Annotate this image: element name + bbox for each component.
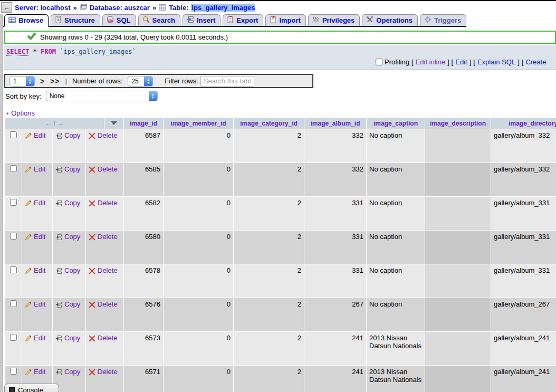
tab-structure[interactable]: Structure	[51, 14, 100, 26]
edit-cell[interactable]: Edit	[22, 332, 53, 365]
header-image-caption[interactable]: image_caption	[367, 118, 425, 129]
delete-cell[interactable]: Delete	[86, 366, 124, 392]
delete-link[interactable]: Delete	[98, 199, 118, 207]
tab-sql[interactable]: SQL SQL	[102, 14, 136, 26]
edit-link[interactable]: Edit	[34, 165, 45, 173]
tab-export-label: Export	[236, 16, 258, 24]
copy-link[interactable]: Copy	[64, 266, 80, 274]
row-checkbox[interactable]	[10, 334, 17, 341]
edit-cell[interactable]: Edit	[22, 231, 53, 264]
rows-select[interactable]: 25 ▲▼	[128, 76, 153, 87]
delete-link[interactable]: Delete	[98, 368, 118, 376]
column-reorder-header[interactable]: ←T→	[5, 118, 104, 129]
breadcrumb-table-label[interactable]: Table:	[169, 4, 188, 12]
delete-cell[interactable]: Delete	[86, 231, 124, 264]
delete-link[interactable]: Delete	[98, 334, 118, 342]
row-checkbox[interactable]	[10, 199, 17, 206]
tab-insert[interactable]: Insert	[183, 14, 221, 26]
copy-cell[interactable]: Copy	[53, 231, 86, 264]
edit-cell[interactable]: Edit	[22, 197, 53, 230]
edit-link[interactable]: Edit	[34, 300, 45, 308]
edit-inline-link[interactable]: Edit inline	[416, 58, 445, 66]
breadcrumb-separator-2: »	[152, 4, 156, 12]
edit-link[interactable]: Edit	[34, 233, 45, 241]
edit-link[interactable]: Edit	[34, 199, 45, 207]
delete-link[interactable]: Delete	[98, 165, 118, 173]
copy-cell[interactable]: Copy	[53, 129, 86, 162]
edit-cell[interactable]: Edit	[22, 298, 53, 331]
filter-input[interactable]	[200, 76, 254, 87]
tab-search[interactable]: Search	[138, 14, 180, 26]
page-select[interactable]: 1 ▲▼	[9, 76, 35, 87]
edit-link[interactable]: Edit	[34, 131, 45, 139]
edit-link[interactable]: Edit	[34, 368, 45, 376]
header-image-member-id[interactable]: image_member_id	[164, 118, 234, 129]
create-php-link[interactable]: Create	[525, 58, 546, 66]
row-checkbox[interactable]	[10, 266, 17, 273]
breadcrumb-server-link[interactable]: Server: localhost	[15, 4, 71, 12]
copy-cell[interactable]: Copy	[53, 332, 86, 365]
row-checkbox[interactable]	[10, 165, 17, 172]
delete-cell[interactable]: Delete	[86, 197, 124, 230]
back-button[interactable]: ←	[1, 2, 12, 13]
copy-link[interactable]: Copy	[64, 300, 80, 308]
delete-link[interactable]: Delete	[98, 300, 118, 308]
delete-link[interactable]: Delete	[98, 233, 118, 241]
delete-cell[interactable]: Delete	[86, 129, 124, 162]
delete-cell[interactable]: Delete	[86, 298, 124, 331]
copy-cell[interactable]: Copy	[53, 163, 86, 196]
row-checkbox[interactable]	[10, 300, 17, 307]
copy-link[interactable]: Copy	[64, 233, 80, 241]
console-toggle[interactable]: Console	[4, 384, 59, 392]
delete-link[interactable]: Delete	[98, 131, 118, 139]
tab-export[interactable]: Export	[223, 14, 263, 26]
row-checkbox[interactable]	[10, 368, 17, 375]
filter-label: Filter rows:	[165, 77, 198, 85]
tab-import[interactable]: Import	[265, 14, 305, 26]
select-stepper-icon: ▲▼	[149, 91, 157, 101]
header-image-category-id[interactable]: image_category_id	[234, 118, 304, 129]
header-image-description[interactable]: image_description	[425, 118, 491, 129]
delete-link[interactable]: Delete	[98, 266, 118, 274]
sort-key-select[interactable]: None ▲▼	[46, 91, 158, 101]
cell-image-category-id: 2	[234, 298, 304, 331]
breadcrumb-database-link[interactable]: Database: auszcar	[90, 4, 150, 12]
tab-browse[interactable]: Browse	[4, 14, 49, 27]
copy-cell[interactable]: Copy	[53, 298, 86, 331]
delete-cell[interactable]: Delete	[86, 264, 124, 298]
last-page-button[interactable]: >>	[50, 77, 60, 85]
separator: |	[65, 77, 67, 85]
row-checkbox[interactable]	[10, 131, 17, 138]
copy-link[interactable]: Copy	[64, 131, 80, 139]
row-checkbox[interactable]	[10, 233, 17, 240]
delete-x-icon	[89, 300, 95, 310]
edit-cell[interactable]: Edit	[22, 264, 53, 298]
profiling-checkbox[interactable]	[376, 59, 382, 65]
explain-sql-link[interactable]: Explain SQL	[477, 58, 515, 66]
header-image-album-id[interactable]: image_album_id	[304, 118, 367, 129]
header-image-directory[interactable]: image_directory	[491, 118, 556, 129]
edit-link[interactable]: Edit	[34, 266, 45, 274]
tab-operations[interactable]: Operations	[362, 14, 418, 26]
copy-link[interactable]: Copy	[64, 165, 80, 173]
delete-cell[interactable]: Delete	[86, 163, 124, 196]
header-image-id[interactable]: image_id	[124, 118, 164, 129]
next-page-button[interactable]: >	[40, 77, 45, 85]
edit-link[interactable]: Edit	[34, 334, 45, 342]
copy-cell[interactable]: Copy	[53, 264, 86, 298]
options-toggle[interactable]: + Options	[5, 109, 35, 117]
copy-link[interactable]: Copy	[64, 368, 80, 376]
sort-menu-header[interactable]	[104, 118, 124, 129]
breadcrumb-table-name[interactable]: ips_gallery_images	[191, 4, 255, 12]
tab-triggers[interactable]: Triggers	[420, 14, 466, 26]
tab-privileges[interactable]: Privileges	[308, 14, 360, 26]
select-stepper-icon: ▲▼	[26, 76, 34, 87]
edit-cell[interactable]: Edit	[22, 163, 53, 196]
copy-link[interactable]: Copy	[64, 199, 80, 207]
delete-cell[interactable]: Delete	[86, 332, 124, 365]
copy-cell[interactable]: Copy	[53, 197, 86, 230]
copy-link[interactable]: Copy	[64, 334, 80, 342]
tab-bar: Browse Structure SQL SQL Search Insert E…	[3, 14, 466, 27]
edit-query-link[interactable]: Edit	[455, 58, 467, 66]
edit-cell[interactable]: Edit	[22, 129, 53, 162]
